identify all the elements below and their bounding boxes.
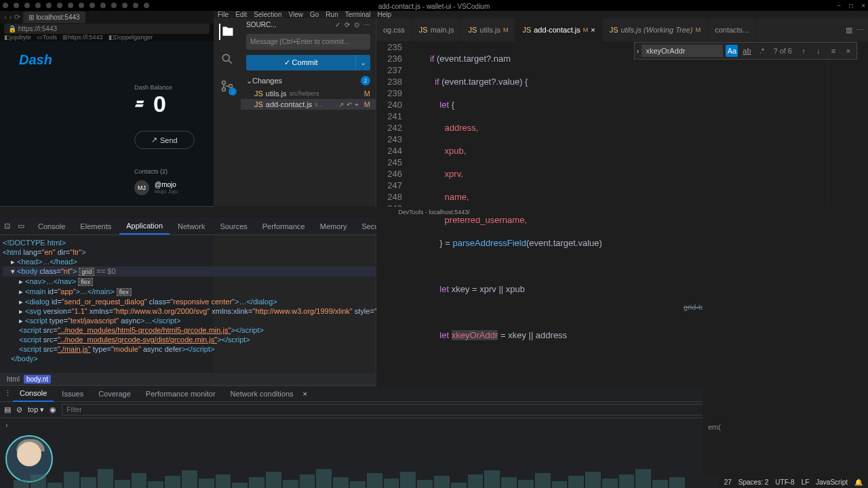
dash-wallet-page: Dash Dash Balance 0 ↗ Send Contacts (2) … <box>0 41 214 206</box>
tab-console[interactable]: Console <box>31 219 72 234</box>
nav-fwd-icon[interactable]: › <box>9 13 12 21</box>
status-language[interactable]: JavaScript <box>816 479 848 486</box>
status-col[interactable]: 27 <box>724 479 732 486</box>
chevron-right-icon[interactable]: › <box>637 47 639 55</box>
clear-console-icon[interactable]: ⊘ <box>16 405 22 414</box>
tab-utilsjs[interactable]: JS utils.js M <box>461 18 515 41</box>
menu-selection[interactable]: Selection <box>254 11 281 18</box>
contact-item[interactable]: MJ @mojo Mojo Jojo <box>134 180 195 195</box>
browser-window: ‹ › ⟳ ⊞ localhost:5443 🔒 https://l:5443 … <box>0 11 214 206</box>
tab-utilsworking[interactable]: JS utils.js (Working Tree) M <box>603 18 709 41</box>
tab-addcontact[interactable]: JS add-contact.js M × <box>515 18 602 41</box>
whole-word-icon[interactable]: ab <box>741 45 753 57</box>
drawer-tab-netcond[interactable]: Network conditions <box>224 386 300 401</box>
more-icon[interactable]: ⋯ <box>856 26 864 35</box>
status-eol[interactable]: LF <box>802 479 810 486</box>
menu-edit[interactable]: Edit <box>235 11 247 18</box>
tab-memory[interactable]: Memory <box>313 219 354 234</box>
statusbar: 27 Spaces: 2 UTF-8 LF JavaScript 🔔 <box>719 476 868 488</box>
crumb-html[interactable]: html <box>4 375 22 384</box>
menu-help[interactable]: Help <box>378 11 392 18</box>
menu-go[interactable]: Go <box>310 11 319 18</box>
reload-icon[interactable]: ⟳ <box>14 13 20 22</box>
tab-application[interactable]: Application <box>119 218 170 235</box>
status-spaces[interactable]: Spaces: 2 <box>738 479 768 486</box>
refresh-icon[interactable]: ⟳ <box>344 21 350 28</box>
browser-tab[interactable]: ⊞ localhost:5443 <box>23 12 85 23</box>
more-icon[interactable]: ⋯ <box>363 21 370 28</box>
close-find-icon[interactable]: × <box>842 45 854 57</box>
editor-tabs: og.css JS main.js JS utils.js M JS add-c… <box>376 18 868 41</box>
stage-icon[interactable]: + <box>355 101 359 108</box>
changes-section[interactable]: ⌄ Changes 2 <box>241 73 376 88</box>
balance-label: Dash Balance <box>134 84 195 91</box>
bookmark[interactable]: ◧ jojobyte <box>4 34 31 41</box>
background-editor: em( <box>703 206 868 476</box>
tab-sources[interactable]: Sources <box>213 219 254 234</box>
svg-point-1 <box>222 81 226 85</box>
find-input[interactable] <box>642 45 723 57</box>
audio-visualizer <box>0 461 698 488</box>
status-encoding[interactable]: UTF-8 <box>775 479 794 486</box>
regex-icon[interactable]: .* <box>755 45 768 57</box>
contact-name: @mojo <box>155 181 178 188</box>
os-taskbar: add-contact.js - wallet-ui - VSCodium −□… <box>0 0 868 11</box>
commit-icon[interactable]: ⊙ <box>354 21 359 28</box>
context-select[interactable]: top ▾ <box>28 405 44 414</box>
bookmark[interactable]: ⊞ https://l:5443 <box>62 34 103 41</box>
changed-file[interactable]: JS add-contact.js s... ↗↶+ M <box>241 99 376 110</box>
prev-match-icon[interactable]: ↑ <box>797 45 810 57</box>
bookmark[interactable]: ▭ Tools <box>37 34 57 41</box>
address-bar[interactable]: 🔒 https://l:5443 <box>4 24 210 34</box>
changed-file[interactable]: JS utils.js src/helpers M <box>241 88 376 99</box>
menu-terminal[interactable]: Terminal <box>345 11 371 18</box>
svg-point-2 <box>222 88 226 92</box>
close-tab-icon[interactable]: × <box>591 26 595 34</box>
explorer-icon[interactable] <box>219 24 235 40</box>
devtools-title: DevTools - localhost:5443/ <box>398 209 470 216</box>
live-expression-icon[interactable]: ◉ <box>50 405 56 414</box>
find-count: ? of 6 <box>773 47 792 55</box>
match-case-icon[interactable]: Aa <box>726 45 738 57</box>
drawer-tab-coverage[interactable]: Coverage <box>92 386 138 401</box>
drawer-tab-console[interactable]: Console <box>13 386 54 402</box>
minimize-icon[interactable]: − <box>837 2 841 9</box>
device-icon[interactable]: ▭ <box>18 222 30 230</box>
open-file-icon[interactable]: ↗ <box>338 101 344 108</box>
check-icon[interactable]: ✓ <box>335 21 340 28</box>
menu-view[interactable]: View <box>289 11 304 18</box>
commit-message-input[interactable]: Message (Ctrl+Enter to commit... <box>246 34 370 49</box>
revert-icon[interactable]: ↶ <box>347 101 352 108</box>
close-icon[interactable]: × <box>861 2 865 9</box>
tab-mainjs[interactable]: JS main.js <box>412 18 462 41</box>
drawer-menu-icon[interactable]: ⋮ <box>4 389 12 398</box>
maximize-icon[interactable]: □ <box>849 2 853 9</box>
dash-logo: Dash <box>19 52 195 68</box>
tab-ogcss[interactable]: og.css <box>376 18 412 41</box>
find-selection-icon[interactable]: ≡ <box>827 45 840 57</box>
commit-button[interactable]: ✓ Commit <box>246 55 355 70</box>
close-drawer-icon[interactable]: × <box>303 390 307 398</box>
next-match-icon[interactable]: ↓ <box>812 45 825 57</box>
dash-icon <box>134 97 149 112</box>
crumb-body[interactable]: body.nt <box>24 375 51 384</box>
notifications-icon[interactable]: 🔔 <box>854 479 863 486</box>
send-button[interactable]: ↗ Send <box>134 131 195 149</box>
tab-contacts[interactable]: contacts... <box>708 18 756 41</box>
tab-elements[interactable]: Elements <box>73 219 118 234</box>
drawer-tab-issues[interactable]: Issues <box>55 386 90 401</box>
split-icon[interactable]: ▥ <box>846 26 852 35</box>
console-filter[interactable] <box>62 404 757 415</box>
tab-network[interactable]: Network <box>171 219 212 234</box>
menu-run[interactable]: Run <box>326 11 338 18</box>
nav-back-icon[interactable]: ‹ <box>4 13 7 21</box>
tab-performance[interactable]: Performance <box>256 219 312 234</box>
inspect-icon[interactable]: ⊡ <box>4 222 16 230</box>
commit-dropdown[interactable]: ⌄ <box>355 55 370 70</box>
menu-file[interactable]: File <box>218 11 229 18</box>
drawer-tab-perfmon[interactable]: Performance monitor <box>139 386 222 401</box>
search-icon[interactable] <box>219 51 235 67</box>
source-control-icon[interactable]: 2 <box>219 78 235 94</box>
bookmark[interactable]: ◧ Doppelganger <box>108 34 153 41</box>
sidebar-toggle-icon[interactable]: ▤ <box>4 405 11 414</box>
